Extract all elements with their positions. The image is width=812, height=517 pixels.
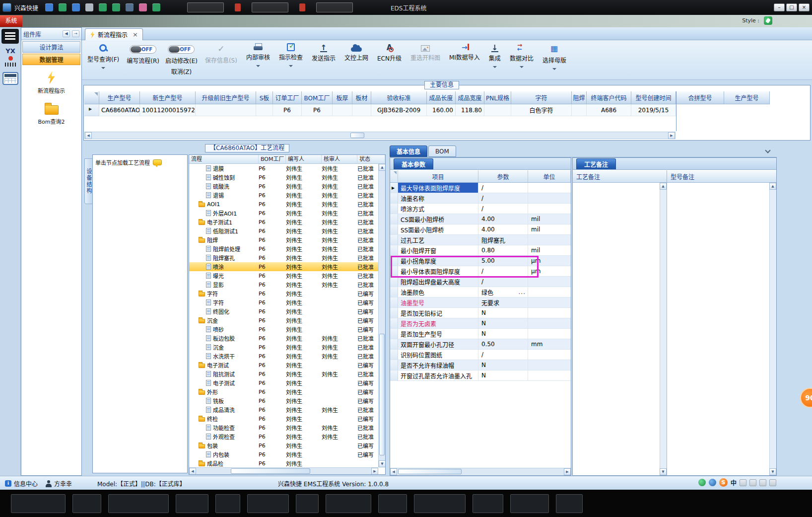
main-info-row[interactable]: CA6860ATAO 10011200015972 P6 P6 — [84, 104, 676, 116]
column-header[interactable]: 阻焊 — [572, 91, 587, 104]
process-step-row[interactable]: 成品清洗 P6 刘伟生 刘伟生 已批准 — [189, 405, 379, 414]
taskbar-window-thumbnail[interactable] — [215, 494, 240, 513]
window-control-button[interactable]: □ — [786, 3, 797, 11]
toolbar-button[interactable]: ECN升级 — [376, 43, 403, 71]
column-header[interactable]: 成品宽度 — [456, 91, 484, 104]
close-tab-icon[interactable]: × — [133, 31, 138, 38]
taskbar-window-thumbnail[interactable] — [296, 494, 319, 513]
process-step-row[interactable]: 终固化 P6 刘伟生 已编写 — [189, 307, 379, 316]
scroll-left-button[interactable] — [85, 132, 92, 139]
window-control-button[interactable]: – — [774, 3, 785, 11]
param-row[interactable]: 是否加生产型号 N — [390, 329, 571, 339]
column-header-process-remark[interactable]: 工艺备注 — [573, 170, 667, 183]
process-step-row[interactable]: 电子测试 P6 刘伟生 已编写 — [189, 361, 379, 369]
model-remark-body[interactable] — [667, 183, 769, 475]
column-header[interactable]: 生产型号 — [99, 91, 140, 104]
model-query-button[interactable]: 型号查询(F) — [86, 43, 121, 72]
collapse-back-button[interactable] — [63, 30, 70, 37]
toolbar-button[interactable]: MI数据导入 — [448, 43, 481, 70]
process-remark-body[interactable] — [573, 183, 660, 475]
start-modify-toggle[interactable]: OFF — [168, 45, 195, 54]
param-row[interactable]: 阻焊超出焊盘最大高度 / — [390, 277, 571, 287]
scroll-down-button[interactable] — [379, 460, 386, 467]
process-step-row[interactable]: 外层AOI1 P6 刘伟生 刘伟生 已批准 — [189, 209, 379, 218]
taskbar-window-thumbnail[interactable] — [108, 494, 169, 513]
detail-tab[interactable]: BOM — [428, 146, 456, 157]
column-header[interactable]: 验收标准 — [371, 91, 427, 104]
column-header-item[interactable]: 项目 — [398, 170, 478, 182]
taskbar-window-thumbnail[interactable] — [556, 494, 583, 513]
process-step-row[interactable]: 外形 P6 刘伟生 已编写 — [189, 387, 379, 396]
column-header[interactable]: 型号创建时间 — [631, 91, 676, 104]
scroll-left-button[interactable] — [189, 468, 196, 475]
taskbar-window-thumbnail[interactable] — [414, 494, 466, 513]
process-step-row[interactable]: 字符 P6 刘伟生 已编写 — [189, 298, 379, 307]
window-control-button[interactable]: × — [799, 3, 810, 11]
column-header-parameter[interactable]: 参数 — [478, 170, 528, 182]
column-header[interactable]: 板厚 — [333, 91, 352, 104]
scrollbar-thumb[interactable] — [350, 133, 364, 138]
column-header[interactable]: PNL规格 — [484, 91, 511, 104]
param-row[interactable]: 识别码位置图纸 / — [390, 350, 571, 360]
param-row[interactable]: 最小导体表面阻焊厚度 / μm — [390, 266, 571, 277]
param-row[interactable]: 最小阻焊开窗 0.80 mil — [390, 245, 571, 256]
chart-icon[interactable] — [152, 3, 160, 11]
tab-device-structure[interactable]: 设备结构 — [84, 158, 93, 204]
process-step-row[interactable]: 包装 P6 刘伟生 已编写 — [189, 441, 379, 450]
column-header-model-remark[interactable]: 型号备注 — [667, 170, 776, 183]
keyboard-icon[interactable] — [759, 479, 766, 486]
toolbar-button[interactable]: 集成 — [487, 43, 502, 71]
process-step-row[interactable]: 阻焊 P6 刘伟生 刘伟生 已批准 — [189, 235, 379, 244]
dropdown-arrow-icon[interactable] — [101, 67, 105, 71]
param-row[interactable]: 最大导体表面阻焊厚度 / — [390, 183, 571, 193]
toolbar-button[interactable]: 数据对比 — [508, 43, 535, 71]
column-header-flow[interactable]: 流程 — [189, 155, 259, 163]
ime-settings-icon[interactable] — [769, 479, 776, 486]
process-step-row[interactable]: 硫酸洗 P6 刘伟生 刘伟生 已批准 — [189, 182, 379, 191]
cancel-label[interactable]: 取消(Z) — [171, 67, 192, 75]
copy-icon[interactable] — [112, 3, 120, 11]
process-step-row[interactable]: 电子测试1 P6 刘伟生 刘伟生 已批准 — [189, 218, 379, 226]
ellipsis-button[interactable]: ... — [519, 289, 526, 295]
write-flow-toggle[interactable]: OFF — [130, 45, 156, 54]
component-list-item[interactable]: Bom查询2 — [38, 102, 65, 125]
param-row[interactable]: 是否加无铅标记 N — [390, 308, 571, 318]
param-row[interactable]: 最小拐角厚度 5.00 μm — [390, 256, 571, 266]
process-step-row[interactable]: 水洗烘干 P6 刘伟生 刘伟生 已批准 — [189, 352, 379, 361]
param-row[interactable]: 过孔工艺 阻焊塞孔 — [390, 235, 571, 245]
param-row[interactable]: 喷涂方式 / — [390, 204, 571, 214]
param-row[interactable]: SS面最小阻焊桥 4.00 mil — [390, 224, 571, 235]
grid-icon[interactable] — [126, 3, 134, 11]
taskbar-window-thumbnail[interactable] — [510, 494, 549, 513]
detail-tab[interactable]: 基本信息 — [390, 146, 427, 157]
process-step-row[interactable]: 退锡 P6 刘伟生 刘伟生 已批准 — [189, 191, 379, 200]
column-header[interactable]: BOM工厂 — [302, 91, 333, 104]
column-header[interactable]: 板材 — [352, 91, 371, 104]
process-step-row[interactable]: 低阻测试1 P6 刘伟生 刘伟生 已批准 — [189, 226, 379, 235]
param-row[interactable]: 油墨颜色 绿色 ... — [390, 287, 571, 297]
column-header[interactable]: 字符 — [511, 91, 572, 104]
process-step-row[interactable]: 功能检查 P6 刘伟生 刘伟生 已批准 — [189, 423, 379, 432]
ime-language-indicator[interactable]: 中 — [731, 478, 737, 487]
toolbar-button[interactable]: 文控上网 — [343, 43, 370, 70]
taskbar-window-thumbnail[interactable] — [176, 494, 208, 513]
calculator-icon[interactable] — [2, 72, 18, 85]
yx-logo[interactable]: YX — [1, 47, 20, 69]
column-header-unit[interactable]: 单位 — [528, 170, 571, 182]
column-header[interactable]: 订单工厂 — [273, 91, 302, 104]
table-icon[interactable] — [72, 3, 80, 11]
process-step-row[interactable]: 板边包胶 P6 刘伟生 刘伟生 已批准 — [189, 334, 379, 343]
tab-process-remark[interactable]: 工艺备注 — [576, 158, 616, 169]
process-step-row[interactable]: 喷涂 P6 刘伟生 刘伟生 已批准 — [189, 262, 379, 271]
process-step-row[interactable]: 外观检查 P6 刘伟生 刘伟生 已批准 — [189, 432, 379, 441]
param-row[interactable]: 油墨名称 / — [390, 193, 571, 204]
process-step-row[interactable]: 曝光 P6 刘伟生 刘伟生 已批准 — [189, 271, 379, 280]
taskbar-window-thumbnail[interactable] — [11, 494, 66, 513]
tab-basic-params[interactable]: 基本参数 — [394, 158, 433, 169]
toolbar-button[interactable]: 内部审核 — [245, 43, 271, 70]
scroll-right-button[interactable] — [668, 132, 675, 139]
window-icon[interactable] — [99, 3, 107, 11]
scrollbar-thumb[interactable] — [398, 469, 462, 474]
process-step-row[interactable]: 字符 P6 刘伟生 已编写 — [189, 289, 379, 298]
process-step-row[interactable]: AOI1 P6 刘伟生 刘伟生 已批准 — [189, 200, 379, 209]
